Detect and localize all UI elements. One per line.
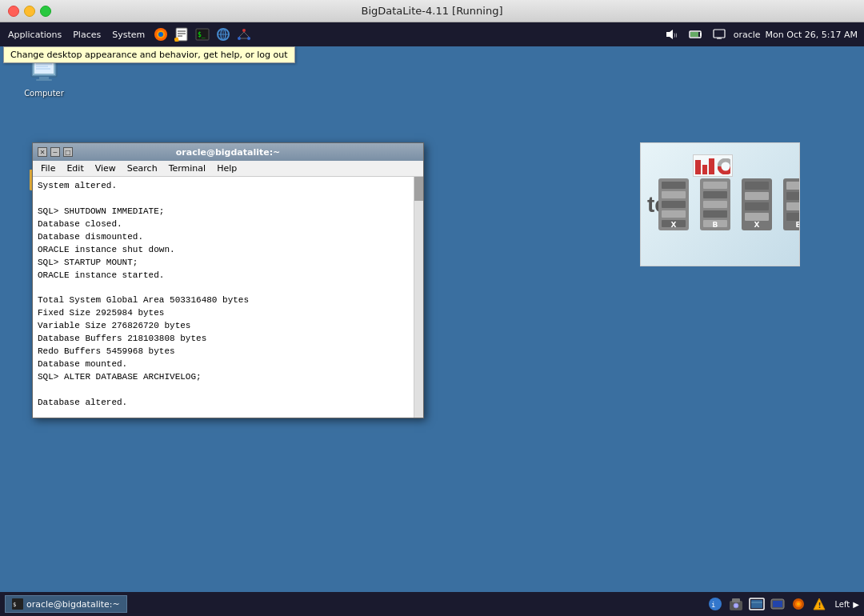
terminal-line: Redo Buffers 5459968 bytes bbox=[38, 346, 418, 358]
terminal-line: Database mounted. bbox=[38, 358, 418, 371]
terminal-taskbar-icon: $ bbox=[12, 598, 23, 610]
splash-inner: te X bbox=[641, 143, 799, 266]
splash-image: te X bbox=[640, 142, 800, 266]
panel-right: )) oracle Mon Oct 26, 5:17 AM bbox=[662, 26, 864, 42]
svg-text:!: ! bbox=[818, 602, 822, 610]
terminal-title: oracle@bigdatalite:~ bbox=[176, 147, 281, 158]
top-panel: Applications Places System bbox=[0, 22, 864, 46]
terminal-titlebar: ✕ ─ □ oracle@bigdatalite:~ bbox=[33, 143, 423, 161]
svg-text:$: $ bbox=[13, 602, 16, 608]
computer-label: Computer bbox=[24, 89, 64, 98]
vbox-title: BigDataLite-4.11 [Running] bbox=[362, 5, 503, 17]
bottom-taskbar: $ oracle@bigdatalite:~ i bbox=[0, 592, 864, 616]
terminal-line: Database closed. bbox=[38, 218, 418, 231]
server-rack-2: B bbox=[700, 178, 730, 230]
tray-icon-6[interactable]: ! bbox=[810, 595, 828, 613]
browser-icon[interactable] bbox=[215, 26, 231, 42]
desktop: Applications Places System bbox=[0, 22, 864, 616]
terminal-maximize-btn[interactable]: □ bbox=[63, 147, 73, 157]
terminal-menu-terminal[interactable]: Terminal bbox=[164, 162, 211, 174]
firefox-icon[interactable] bbox=[153, 26, 169, 42]
terminal-menu-help[interactable]: Help bbox=[212, 162, 242, 174]
terminal-line: Database dismounted. bbox=[38, 231, 418, 244]
volume-icon[interactable]: )) bbox=[663, 26, 679, 42]
terminal-line: Database Buffers 218103808 bytes bbox=[38, 333, 418, 346]
terminal-line bbox=[38, 410, 418, 418]
terminal-line: Database altered. bbox=[38, 397, 418, 410]
svg-text:$_: $_ bbox=[198, 31, 206, 38]
datetime-label: Mon Oct 26, 5:17 AM bbox=[766, 30, 858, 40]
terminal-taskbar-item[interactable]: $ oracle@bigdatalite:~ bbox=[5, 595, 127, 613]
svg-point-55 bbox=[797, 602, 800, 606]
terminal-line: Total System Global Area 503316480 bytes bbox=[38, 294, 418, 307]
tray-icon-5[interactable] bbox=[790, 595, 807, 613]
terminal-line bbox=[38, 282, 418, 295]
server-rack-1: X bbox=[658, 178, 689, 230]
taskbar-right-text: Left bbox=[834, 600, 850, 609]
svg-point-15 bbox=[238, 37, 241, 40]
terminal-menu-view[interactable]: View bbox=[90, 162, 121, 174]
terminal-line: System altered. bbox=[38, 180, 418, 193]
terminal-menubar: File Edit View Search Terminal Help bbox=[33, 161, 423, 177]
terminal-content[interactable]: System altered. SQL> SHUTDOWN IMMEDIATE;… bbox=[33, 177, 423, 418]
terminal-close-btn[interactable]: ✕ bbox=[38, 147, 47, 157]
terminal-menu-edit[interactable]: Edit bbox=[62, 162, 88, 174]
text-editor-icon[interactable] bbox=[174, 26, 190, 42]
svg-text:i: i bbox=[711, 601, 715, 609]
network-status-icon[interactable] bbox=[687, 26, 703, 42]
svg-rect-23 bbox=[700, 33, 702, 36]
scrollbar-thumb[interactable] bbox=[414, 177, 423, 201]
svg-line-17 bbox=[239, 32, 244, 37]
svg-rect-25 bbox=[714, 30, 725, 38]
tooltip: Change desktop appearance and behavior, … bbox=[3, 46, 295, 63]
server-rack-3: X bbox=[742, 178, 772, 230]
tray-icon-2[interactable] bbox=[727, 595, 745, 613]
terminal-line: SQL> STARTUP MOUNT; bbox=[38, 257, 418, 270]
svg-rect-52 bbox=[773, 601, 782, 607]
username-label: oracle bbox=[734, 30, 761, 40]
server-rack-4: B bbox=[783, 178, 800, 230]
terminal-line: ORACLE instance started. bbox=[38, 270, 418, 282]
terminal-line: ORACLE instance shut down. bbox=[38, 244, 418, 257]
terminal-menu-search[interactable]: Search bbox=[122, 162, 162, 174]
svg-rect-46 bbox=[732, 598, 740, 602]
maximize-button[interactable] bbox=[40, 6, 51, 17]
terminal-panel-icon[interactable]: $_ bbox=[194, 26, 210, 42]
terminal-minimize-btn[interactable]: ─ bbox=[50, 147, 60, 157]
network-icon[interactable] bbox=[236, 26, 252, 42]
tray-icon-1[interactable]: i bbox=[706, 595, 724, 613]
terminal-line bbox=[38, 384, 418, 397]
svg-rect-49 bbox=[751, 600, 762, 608]
applications-menu[interactable]: Applications bbox=[3, 28, 66, 42]
close-button[interactable] bbox=[8, 6, 19, 17]
terminal-line: SQL> SHUTDOWN IMMEDIATE; bbox=[38, 206, 418, 218]
terminal-line: SQL> ALTER DATABASE ARCHIVELOG; bbox=[38, 371, 418, 384]
terminal-taskbar-label: oracle@bigdatalite:~ bbox=[26, 599, 120, 610]
terminal-line bbox=[38, 193, 418, 206]
svg-point-14 bbox=[242, 29, 246, 32]
svg-rect-24 bbox=[690, 32, 698, 37]
terminal-line: Fixed Size 2925984 bytes bbox=[38, 307, 418, 320]
places-menu[interactable]: Places bbox=[68, 28, 106, 42]
svg-rect-30 bbox=[39, 77, 49, 79]
system-menu[interactable]: System bbox=[107, 28, 150, 42]
svg-rect-31 bbox=[36, 79, 52, 81]
tray-icon-3[interactable] bbox=[748, 595, 766, 613]
monitor-status-icon[interactable] bbox=[711, 26, 727, 42]
terminal-line: Variable Size 276826720 bytes bbox=[38, 320, 418, 333]
taskbar-right: i bbox=[706, 595, 859, 613]
svg-point-16 bbox=[247, 37, 250, 40]
taskbar-arrow: ▶ bbox=[853, 600, 859, 609]
svg-point-47 bbox=[734, 603, 738, 608]
minimize-button[interactable] bbox=[24, 6, 35, 17]
svg-marker-20 bbox=[666, 30, 673, 39]
terminal-menu-file[interactable]: File bbox=[36, 162, 60, 174]
svg-point-2 bbox=[158, 32, 163, 37]
vbox-titlebar: BigDataLite-4.11 [Running] bbox=[0, 0, 864, 22]
traffic-lights bbox=[8, 6, 51, 17]
svg-line-18 bbox=[244, 32, 249, 37]
panel-left: Applications Places System bbox=[0, 26, 254, 42]
terminal-window: ✕ ─ □ oracle@bigdatalite:~ File Edit Vie… bbox=[32, 142, 424, 418]
tray-icon-4[interactable] bbox=[769, 595, 786, 613]
terminal-scrollbar[interactable] bbox=[414, 177, 423, 418]
